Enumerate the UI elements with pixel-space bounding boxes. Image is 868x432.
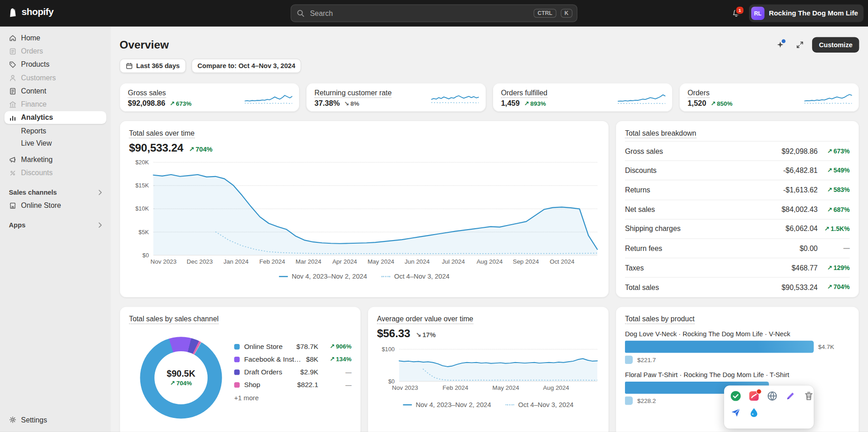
sidebar-item-label: Orders — [21, 47, 43, 55]
home-icon — [9, 34, 17, 42]
bar-value: $228.2 — [637, 398, 656, 404]
trash-icon[interactable] — [803, 390, 814, 401]
sidebar-item-customers[interactable]: Customers — [5, 71, 106, 84]
breakdown-row[interactable]: Net sales$84,002.43687% — [625, 199, 850, 219]
breakdown-row[interactable]: Return fees$0.00— — [625, 238, 850, 258]
chart-value: $90,533.24 — [129, 142, 184, 154]
droplet-icon[interactable] — [749, 407, 759, 418]
sidebar-item-discounts[interactable]: Discounts — [5, 167, 106, 179]
pen-icon[interactable] — [785, 390, 796, 401]
metric-change: 8% — [344, 100, 359, 108]
chevron-right-icon — [99, 190, 102, 195]
search-input[interactable] — [309, 9, 529, 18]
metric-value: 1,520 — [688, 99, 706, 107]
sidebar-item-live-view[interactable]: Live View — [5, 137, 106, 149]
sidebar-item-products[interactable]: Products — [5, 58, 106, 71]
date-range-picker[interactable]: Last 365 days — [119, 59, 186, 73]
sidebar-item-finance[interactable]: Finance — [5, 98, 106, 111]
product-compare-bar — [625, 356, 633, 364]
chart-legend: Nov 4, 2023–Nov 2, 2024 Oct 4–Nov 3, 202… — [377, 401, 600, 409]
metric-value: 37.38% — [314, 99, 340, 107]
sidebar-item-analytics[interactable]: Analytics — [5, 111, 106, 124]
sidebar-item-content[interactable]: Content — [5, 84, 106, 97]
legend-label: Oct 4–Nov 3, 2024 — [518, 401, 574, 409]
sidebar-item-label: Finance — [21, 100, 46, 108]
sidebar-item-online-store[interactable]: Online Store — [5, 199, 106, 212]
metric-card-gross-sales[interactable]: Gross sales $92,098.86 673% — [119, 83, 299, 112]
sidebar-item-home[interactable]: Home — [5, 31, 106, 44]
sidebar-item-label: Customers — [21, 74, 56, 82]
analytics-icon — [9, 113, 17, 121]
global-search[interactable]: CTRL K — [291, 5, 577, 22]
y-axis-tick: $5K — [129, 228, 149, 235]
compare-picker[interactable]: Compare to: Oct 4–Nov 3, 2024 — [191, 59, 301, 73]
metric-card-returning-rate[interactable]: Returning customer rate 37.38% 8% — [306, 83, 486, 112]
metric-card-orders-fulfilled[interactable]: Orders fulfilled 1,459 893% — [493, 83, 673, 112]
sidebar-item-marketing[interactable]: Marketing — [5, 153, 106, 166]
channel-legend-row[interactable]: Facebook & Instagram$8K134% — [234, 353, 352, 366]
breakdown-row[interactable]: Gross sales$92,098.86673% — [625, 141, 850, 161]
aov-line-chart: $100 $0 — [377, 349, 600, 381]
aov-value: $56.33 — [377, 328, 410, 340]
legend-label: Nov 4, 2023–Nov 2, 2024 — [416, 401, 491, 409]
metric-card-orders[interactable]: Orders 1,520 850% — [679, 83, 859, 112]
x-axis-tick: Aug 2024 — [476, 258, 502, 265]
sidebar-item-orders[interactable]: Orders — [5, 45, 106, 58]
store-name: Rocking The Dog Mom Life — [769, 10, 858, 17]
main-content: Overview Customize Last 365 days Compare… — [111, 27, 868, 432]
channel-donut: $90.5K 704% — [140, 337, 222, 418]
logo-icon[interactable] — [749, 390, 759, 401]
settings-label: Settings — [21, 416, 47, 424]
chevron-right-icon — [99, 222, 102, 228]
sidebar-item-label: Analytics — [21, 113, 53, 122]
insights-button[interactable] — [773, 37, 788, 53]
bar-value: $221.7 — [637, 356, 656, 363]
customize-button[interactable]: Customize — [812, 37, 859, 53]
breakdown-title: Total sales breakdown — [616, 121, 858, 141]
breakdown-row[interactable]: Shipping charges$6,062.041.5K% — [625, 219, 850, 238]
charts-row: Total sales over time $90,533.24 704% $2… — [119, 121, 859, 298]
channel-legend-row[interactable]: Online Store$78.7K906% — [234, 340, 352, 353]
sparkline-chart — [431, 90, 479, 106]
page-title: Overview — [119, 39, 169, 51]
metric-value: 1,459 — [501, 99, 520, 107]
breakdown-row[interactable]: Total sales$90,533.24704% — [625, 277, 850, 297]
expand-button[interactable] — [792, 37, 808, 53]
x-axis-tick: Jul 2024 — [442, 258, 465, 265]
topbar: shopify CTRL K 1 RL Rocking The Dog Mom … — [0, 0, 868, 27]
channel-legend-row[interactable]: Draft Orders$2.9K— — [234, 366, 352, 378]
x-axis-tick: Sep 2024 — [513, 258, 539, 265]
channel-card-title: Total sales by sales channel — [129, 314, 352, 323]
legend-line-current — [279, 276, 288, 277]
y-axis-tick: $10K — [129, 205, 149, 212]
send-icon[interactable] — [730, 407, 741, 418]
legend-label: Oct 4–Nov 3, 2024 — [394, 273, 450, 280]
sidebar-item-label: Content — [21, 87, 46, 95]
bar-value: $4.7K — [818, 344, 834, 350]
more-channels-link[interactable]: +1 more — [234, 394, 352, 402]
aov-change: 17% — [416, 331, 436, 339]
legend-swatch — [234, 382, 240, 388]
notifications-button[interactable]: 1 — [728, 5, 745, 22]
legend-line-compare — [382, 276, 391, 277]
sidebar-item-label: Marketing — [21, 155, 53, 163]
sales-channels-header[interactable]: Sales channels — [5, 187, 106, 198]
y-axis-tick: $100 — [377, 346, 395, 353]
shopify-logo[interactable]: shopify — [8, 7, 54, 18]
store-menu-button[interactable]: RL Rocking The Dog Mom Life — [749, 5, 863, 22]
globe-icon[interactable] — [767, 390, 778, 401]
sidebar-item-settings[interactable]: Settings — [5, 413, 106, 426]
check-icon[interactable] — [730, 390, 741, 401]
x-axis-tick: Oct 2024 — [550, 258, 574, 265]
breakdown-row[interactable]: Returns-$1,613.62583% — [625, 180, 850, 200]
breakdown-row[interactable]: Discounts-$6,482.81549% — [625, 161, 850, 180]
apps-header[interactable]: Apps — [5, 220, 106, 231]
donut-total: $90.5K — [167, 368, 195, 378]
channel-legend-row[interactable]: Shop$822.1— — [234, 378, 352, 391]
total-sales-breakdown-card: Total sales breakdown Gross sales$92,098… — [615, 121, 859, 298]
x-axis-tick: Mar 2024 — [296, 258, 322, 265]
breakdown-row[interactable]: Taxes$468.77129% — [625, 258, 850, 277]
sidebar-item-reports[interactable]: Reports — [5, 124, 106, 137]
sidebar-subitem-label: Live View — [21, 138, 52, 147]
sales-channels-label: Sales channels — [9, 189, 57, 196]
